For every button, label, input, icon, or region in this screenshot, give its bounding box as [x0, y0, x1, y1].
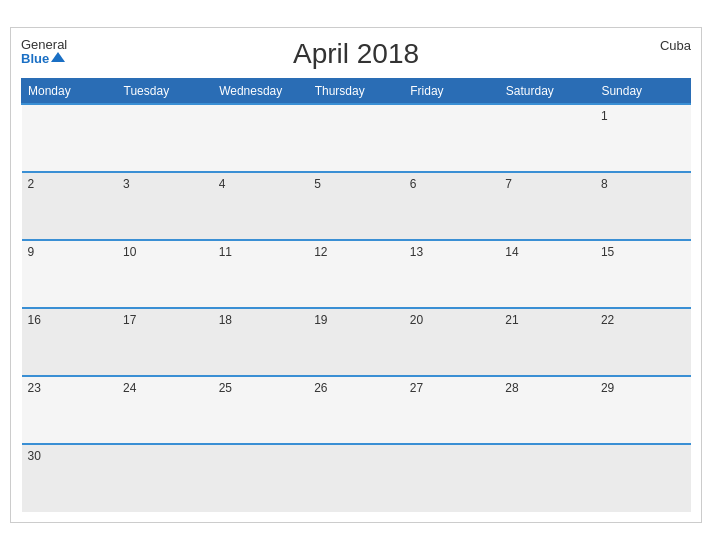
- day-number: 10: [123, 245, 136, 259]
- calendar-day-cell: 11: [213, 240, 309, 308]
- calendar-day-cell: [404, 104, 500, 172]
- day-number: 27: [410, 381, 423, 395]
- day-number: 20: [410, 313, 423, 327]
- calendar-title: April 2018: [293, 38, 419, 70]
- weekday-row: Monday Tuesday Wednesday Thursday Friday…: [22, 79, 691, 105]
- weekday-thursday: Thursday: [308, 79, 404, 105]
- calendar-day-cell: 27: [404, 376, 500, 444]
- calendar-day-cell: 4: [213, 172, 309, 240]
- calendar-week-row: 23242526272829: [22, 376, 691, 444]
- day-number: 4: [219, 177, 226, 191]
- calendar-day-cell: [117, 444, 213, 512]
- weekday-monday: Monday: [22, 79, 118, 105]
- calendar-day-cell: 2: [22, 172, 118, 240]
- weekday-sunday: Sunday: [595, 79, 691, 105]
- calendar-day-cell: 5: [308, 172, 404, 240]
- logo-triangle-icon: [51, 52, 65, 62]
- day-number: 2: [28, 177, 35, 191]
- day-number: 28: [505, 381, 518, 395]
- calendar-day-cell: 29: [595, 376, 691, 444]
- day-number: 11: [219, 245, 232, 259]
- day-number: 14: [505, 245, 518, 259]
- day-number: 30: [28, 449, 41, 463]
- day-number: 21: [505, 313, 518, 327]
- weekday-wednesday: Wednesday: [213, 79, 309, 105]
- day-number: 5: [314, 177, 321, 191]
- day-number: 24: [123, 381, 136, 395]
- day-number: 1: [601, 109, 608, 123]
- day-number: 18: [219, 313, 232, 327]
- calendar-day-cell: 1: [595, 104, 691, 172]
- calendar-day-cell: 14: [499, 240, 595, 308]
- calendar-grid: Monday Tuesday Wednesday Thursday Friday…: [21, 78, 691, 512]
- calendar-day-cell: 21: [499, 308, 595, 376]
- calendar-day-cell: 23: [22, 376, 118, 444]
- day-number: 29: [601, 381, 614, 395]
- calendar-day-cell: [213, 104, 309, 172]
- calendar-header: General Blue April 2018 Cuba: [21, 38, 691, 70]
- calendar-week-row: 9101112131415: [22, 240, 691, 308]
- calendar-week-row: 2345678: [22, 172, 691, 240]
- calendar-day-cell: 16: [22, 308, 118, 376]
- calendar-weekday-header: Monday Tuesday Wednesday Thursday Friday…: [22, 79, 691, 105]
- calendar-day-cell: 24: [117, 376, 213, 444]
- day-number: 15: [601, 245, 614, 259]
- calendar-day-cell: 12: [308, 240, 404, 308]
- calendar-day-cell: 26: [308, 376, 404, 444]
- calendar-day-cell: [308, 104, 404, 172]
- day-number: 23: [28, 381, 41, 395]
- calendar-day-cell: [22, 104, 118, 172]
- calendar-week-row: 16171819202122: [22, 308, 691, 376]
- calendar-week-row: 1: [22, 104, 691, 172]
- logo-blue-text: Blue: [21, 52, 49, 66]
- calendar-container: General Blue April 2018 Cuba Monday Tues…: [10, 27, 702, 523]
- calendar-day-cell: 30: [22, 444, 118, 512]
- calendar-day-cell: 7: [499, 172, 595, 240]
- calendar-day-cell: 13: [404, 240, 500, 308]
- day-number: 3: [123, 177, 130, 191]
- day-number: 22: [601, 313, 614, 327]
- calendar-day-cell: [499, 104, 595, 172]
- weekday-saturday: Saturday: [499, 79, 595, 105]
- day-number: 19: [314, 313, 327, 327]
- calendar-day-cell: [213, 444, 309, 512]
- calendar-day-cell: [404, 444, 500, 512]
- day-number: 17: [123, 313, 136, 327]
- calendar-day-cell: 20: [404, 308, 500, 376]
- calendar-week-row: 30: [22, 444, 691, 512]
- calendar-day-cell: 3: [117, 172, 213, 240]
- calendar-day-cell: [117, 104, 213, 172]
- calendar-day-cell: 6: [404, 172, 500, 240]
- day-number: 7: [505, 177, 512, 191]
- calendar-day-cell: 17: [117, 308, 213, 376]
- calendar-day-cell: 25: [213, 376, 309, 444]
- calendar-body: 1234567891011121314151617181920212223242…: [22, 104, 691, 512]
- calendar-day-cell: 8: [595, 172, 691, 240]
- calendar-day-cell: 15: [595, 240, 691, 308]
- calendar-day-cell: 19: [308, 308, 404, 376]
- calendar-day-cell: 18: [213, 308, 309, 376]
- calendar-day-cell: [308, 444, 404, 512]
- day-number: 13: [410, 245, 423, 259]
- calendar-day-cell: [499, 444, 595, 512]
- logo-general-text: General: [21, 38, 67, 52]
- logo: General Blue: [21, 38, 67, 67]
- calendar-day-cell: 28: [499, 376, 595, 444]
- weekday-friday: Friday: [404, 79, 500, 105]
- calendar-day-cell: 9: [22, 240, 118, 308]
- day-number: 8: [601, 177, 608, 191]
- calendar-day-cell: 22: [595, 308, 691, 376]
- day-number: 12: [314, 245, 327, 259]
- day-number: 6: [410, 177, 417, 191]
- calendar-day-cell: 10: [117, 240, 213, 308]
- calendar-day-cell: [595, 444, 691, 512]
- weekday-tuesday: Tuesday: [117, 79, 213, 105]
- day-number: 16: [28, 313, 41, 327]
- day-number: 26: [314, 381, 327, 395]
- country-label: Cuba: [660, 38, 691, 53]
- day-number: 9: [28, 245, 35, 259]
- day-number: 25: [219, 381, 232, 395]
